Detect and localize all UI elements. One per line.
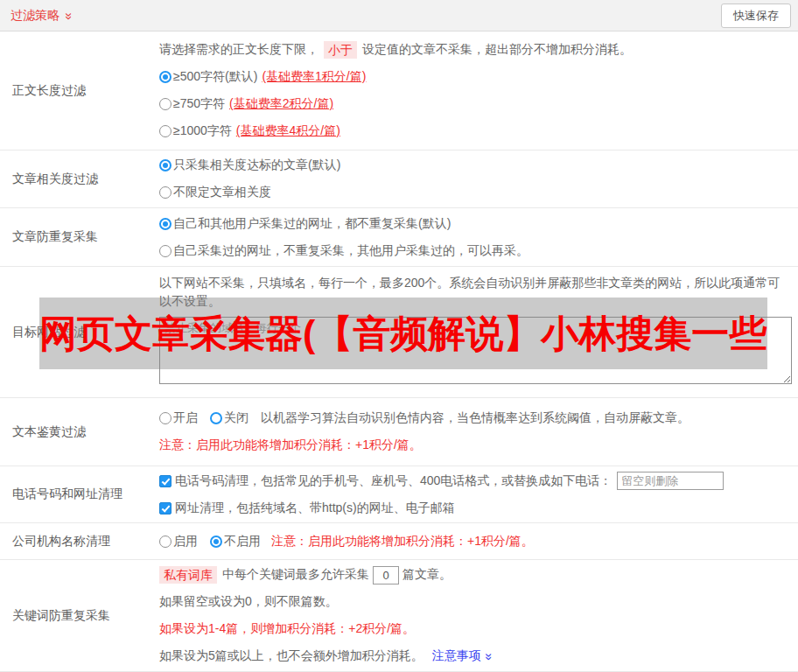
porn-filter-note: 注意：启用此功能将增加积分消耗：+1积分/篇。 — [159, 432, 791, 459]
length-option-750: ≥750字符 (基础费率2积分/篇) — [159, 91, 791, 118]
less-than-badge: 小于 — [324, 41, 357, 59]
notes-link-label: 注意事项 — [432, 648, 481, 664]
row-phone-url-cleanup: 电话号码和网址清理 电话号码清理，包括常见的手机号、座机号、400电话格式，或替… — [0, 466, 798, 523]
section-header-filter-strategy[interactable]: 过滤策略 « — [10, 8, 70, 24]
row-porn-filter: 文本鉴黄过滤 开启 关闭 以机器学习算法自动识别色情内容，当色情概率达到系统阈值… — [0, 398, 798, 466]
relevance-option-strict: 只采集相关度达标的文章(默认) — [159, 152, 791, 179]
target-site-description: 以下网站不采集，只填域名，每行一个，最多200个。系统会自动识别并屏蔽那些非文章… — [159, 274, 792, 311]
dedupe-option-self: 自己采集过的网址，不重复采集，其他用户采集过的，可以再采。 — [159, 237, 791, 264]
option-label: ≥750字符 — [173, 96, 225, 112]
section-title: 过滤策略 — [10, 8, 60, 24]
option-label: 自己和其他用户采集过的网址，都不重复采集(默认) — [173, 216, 451, 232]
dedupe-option-global: 自己和其他用户采集过的网址，都不重复采集(默认) — [159, 210, 791, 237]
limit-text: 中每个关键词最多允许采集 — [222, 567, 369, 583]
row-target-site-filter: 目标网站过滤 以下网站不采集，只填域名，每行一个，最多200个。系统会自动识别并… — [0, 267, 798, 398]
porn-filter-options: 开启 关闭 以机器学习算法自动识别色情内容，当色情概率达到系统阈值，自动屏蔽文章… — [159, 405, 791, 432]
row-company-name-cleanup: 公司机构名称清理 启用 不启用 注意：启用此功能将增加积分消耗：+1积分/篇。 — [0, 523, 798, 560]
row-relevance-filter: 文章相关度过滤 只采集相关度达标的文章(默认) 不限定文章相关度 — [0, 150, 798, 208]
topbar: 过滤策略 « 快速保存 — [0, 0, 798, 32]
limit-text-end: 篇文章。 — [402, 567, 452, 583]
replacement-phone-input[interactable] — [617, 472, 724, 490]
option-label: 只采集相关度达标的文章(默认) — [173, 158, 340, 173]
private-thesaurus-badge: 私有词库 — [159, 566, 217, 584]
radio-500-chars[interactable] — [159, 71, 172, 83]
radio-1000-chars[interactable] — [159, 125, 172, 137]
notes-link[interactable]: 注意事项 « — [432, 648, 490, 664]
option-fee-note: (基础费率4积分/篇) — [236, 123, 340, 139]
row-body-length-filter: 正文长度过滤 请选择需求的正文长度下限， 小于 设定值的文章不采集，超出部分不增… — [0, 32, 798, 150]
radio-relevance-any[interactable] — [159, 186, 172, 199]
blocked-domains-textarea[interactable] — [159, 317, 792, 384]
row-dedupe-collection: 文章防重复采集 自己和其他用户采集过的网址，都不重复采集(默认) 自己采集过的网… — [0, 208, 798, 267]
note-text: 如果设为5篇或以上，也不会额外增加积分消耗。 — [159, 648, 424, 664]
option-fee-note: (基础费率2积分/篇) — [229, 96, 333, 112]
option-fee-note: (基础费率1积分/篇) — [262, 69, 366, 85]
radio-company-enable[interactable] — [159, 536, 172, 548]
url-clean-line: 网址清理，包括纯域名、带http(s)的网址、电子邮箱 — [159, 494, 791, 522]
radio-company-disable[interactable] — [210, 536, 222, 548]
option-label: ≥500字符(默认) — [173, 69, 257, 85]
company-clean-options: 启用 不启用 注意：启用此功能将增加积分消耗：+1积分/篇。 — [159, 528, 791, 555]
length-option-500: ≥500字符(默认) (基础费率1积分/篇) — [159, 64, 791, 91]
keyword-note-zero: 如果留空或设为0，则不限篇数。 — [159, 589, 791, 616]
checkbox-label: 电话号码清理，包括常见的手机号、座机号、400电话格式，或替换成如下电话： — [175, 473, 612, 489]
option-label: 启用 — [173, 534, 198, 550]
row-label: 正文长度过滤 — [0, 32, 159, 150]
phone-clean-line: 电话号码清理，包括常见的手机号、座机号、400电话格式，或替换成如下电话： — [159, 467, 791, 494]
option-label: 不限定文章相关度 — [173, 185, 271, 200]
radio-dedupe-self[interactable] — [159, 245, 172, 257]
double-chevron-down-icon: « — [480, 653, 493, 660]
option-label: 自己采集过的网址，不重复采集，其他用户采集过的，可以再采。 — [173, 243, 528, 259]
row-label: 公司机构名称清理 — [0, 523, 159, 559]
row-label: 电话号码和网址清理 — [0, 466, 159, 522]
row-label: 文本鉴黄过滤 — [0, 398, 159, 466]
option-label: ≥1000字符 — [173, 123, 232, 139]
double-chevron-down-icon: « — [60, 12, 74, 19]
quick-save-button[interactable]: 快速保存 — [721, 4, 791, 28]
porn-filter-description: 以机器学习算法自动识别色情内容，当色情概率达到系统阈值，自动屏蔽文章。 — [261, 410, 690, 426]
option-label: 开启 — [173, 410, 198, 426]
keyword-limit-line: 私有词库 中每个关键词最多允许采集 篇文章。 — [159, 562, 791, 589]
radio-dedupe-global[interactable] — [159, 218, 172, 230]
keyword-count-input[interactable] — [373, 566, 399, 584]
row-label: 文章相关度过滤 — [0, 150, 159, 207]
row-keyword-dedupe: 关键词防重复采集 私有词库 中每个关键词最多允许采集 篇文章。 如果留空或设为0… — [0, 560, 798, 672]
intro-prefix: 请选择需求的正文长度下限， — [159, 42, 318, 58]
radio-porn-off[interactable] — [210, 412, 222, 424]
option-label: 不启用 — [224, 534, 261, 550]
company-clean-note: 注意：启用此功能将增加积分消耗：+1积分/篇。 — [271, 534, 534, 550]
body-length-intro: 请选择需求的正文长度下限， 小于 设定值的文章不采集，超出部分不增加积分消耗。 — [159, 37, 791, 64]
row-label: 关键词防重复采集 — [0, 560, 159, 671]
radio-750-chars[interactable] — [159, 98, 172, 110]
relevance-option-any: 不限定文章相关度 — [159, 179, 791, 206]
radio-porn-on[interactable] — [159, 412, 172, 424]
row-label: 目标网站过滤 — [0, 267, 159, 397]
checkbox-url-clean[interactable] — [159, 502, 172, 514]
checkbox-phone-clean[interactable] — [159, 475, 172, 487]
row-label: 文章防重复采集 — [0, 208, 159, 266]
keyword-note-5plus: 如果设为5篇或以上，也不会额外增加积分消耗。 注意事项 « — [159, 643, 791, 670]
length-option-1000: ≥1000字符 (基础费率4积分/篇) — [159, 118, 791, 145]
radio-relevance-strict[interactable] — [159, 159, 172, 172]
checkbox-label: 网址清理，包括纯域名、带http(s)的网址、电子邮箱 — [175, 500, 455, 516]
option-label: 关闭 — [224, 410, 248, 426]
keyword-note-1-4: 如果设为1-4篇，则增加积分消耗：+2积分/篇。 — [159, 616, 791, 643]
intro-suffix: 设定值的文章不采集，超出部分不增加积分消耗。 — [362, 42, 632, 58]
